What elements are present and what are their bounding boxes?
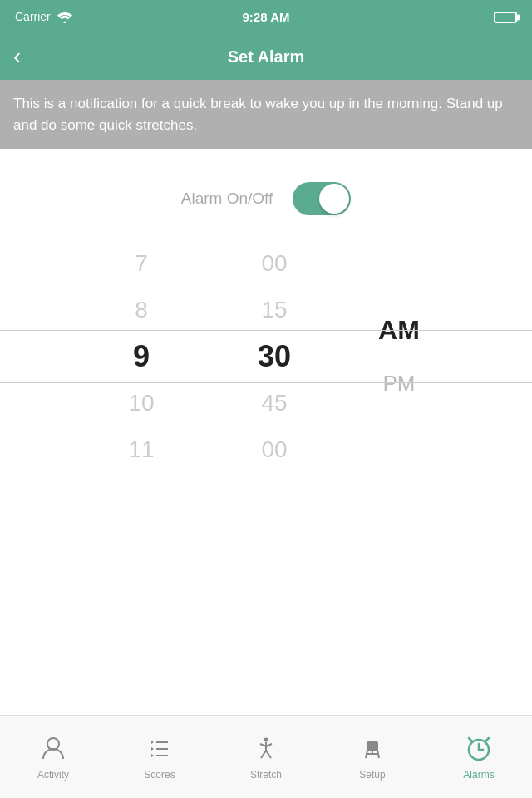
- description-text: This is a notification for a quick break…: [13, 96, 503, 133]
- minute-item-15: 15: [208, 287, 341, 333]
- minute-item-00b: 00: [208, 426, 341, 473]
- tab-setup-label: Setup: [359, 769, 385, 781]
- toggle-label: Alarm On/Off: [181, 190, 273, 208]
- content-area: Alarm On/Off 7 8 9 10 11 00 15 30 45 00: [0, 149, 532, 490]
- activity-icon: [38, 734, 68, 764]
- svg-line-13: [266, 751, 271, 758]
- tab-stretch[interactable]: Stretch: [213, 734, 319, 781]
- scores-icon: [145, 734, 175, 764]
- alarm-toggle-row: Alarm On/Off: [0, 182, 532, 215]
- tab-activity[interactable]: Activity: [0, 734, 106, 781]
- svg-marker-5: [151, 741, 154, 744]
- tab-stretch-label: Stretch: [250, 769, 282, 781]
- svg-line-16: [377, 750, 379, 758]
- back-button[interactable]: ‹: [13, 45, 21, 68]
- period-am: AM: [341, 303, 457, 357]
- tab-scores-label: Scores: [144, 769, 175, 781]
- minute-item-00: 00: [208, 240, 341, 287]
- svg-line-11: [266, 744, 272, 746]
- svg-line-15: [366, 750, 367, 758]
- alarms-icon: [464, 734, 494, 764]
- minute-item-30: 30: [208, 333, 341, 380]
- hour-item-11: 11: [75, 426, 208, 473]
- alarm-toggle[interactable]: [293, 182, 351, 215]
- tab-activity-label: Activity: [37, 769, 69, 781]
- hour-item-10: 10: [75, 380, 208, 426]
- minute-item-45: 45: [208, 380, 341, 426]
- svg-marker-7: [151, 754, 154, 757]
- svg-point-0: [63, 22, 66, 24]
- svg-marker-6: [151, 747, 154, 751]
- carrier-label: Carrier: [15, 10, 72, 23]
- hour-item-7: 7: [75, 240, 208, 287]
- status-time: 9:28 AM: [243, 10, 290, 24]
- svg-rect-14: [367, 742, 377, 750]
- ampm-column[interactable]: AM PM: [341, 240, 457, 473]
- tab-alarms[interactable]: Alarms: [426, 734, 532, 781]
- setup-icon: [357, 734, 387, 764]
- svg-line-10: [260, 744, 266, 746]
- status-bar: Carrier 9:28 AM: [0, 0, 532, 33]
- battery-icon: [494, 10, 517, 23]
- svg-line-12: [261, 751, 266, 758]
- nav-header: ‹ Set Alarm: [0, 33, 532, 80]
- tab-scores[interactable]: Scores: [106, 734, 213, 781]
- hour-item-9: 9: [75, 333, 208, 380]
- svg-line-23: [485, 738, 489, 741]
- hour-item-8: 8: [75, 287, 208, 333]
- tab-setup[interactable]: Setup: [319, 734, 426, 781]
- svg-point-8: [264, 737, 268, 741]
- hours-column[interactable]: 7 8 9 10 11: [75, 240, 208, 473]
- svg-point-1: [47, 738, 59, 750]
- minutes-column[interactable]: 00 15 30 45 00: [208, 240, 341, 473]
- page-title: Set Alarm: [228, 47, 305, 66]
- description-banner: This is a notification for a quick break…: [0, 80, 532, 149]
- period-pm: PM: [341, 357, 457, 410]
- toggle-knob: [319, 184, 349, 214]
- picker-columns: 7 8 9 10 11 00 15 30 45 00 AM PM: [0, 240, 532, 473]
- time-picker[interactable]: 7 8 9 10 11 00 15 30 45 00 AM PM: [0, 240, 532, 473]
- svg-line-22: [469, 738, 472, 741]
- tab-alarms-label: Alarms: [463, 769, 494, 781]
- stretch-icon: [251, 734, 281, 764]
- tab-bar: Activity Scores: [0, 715, 532, 798]
